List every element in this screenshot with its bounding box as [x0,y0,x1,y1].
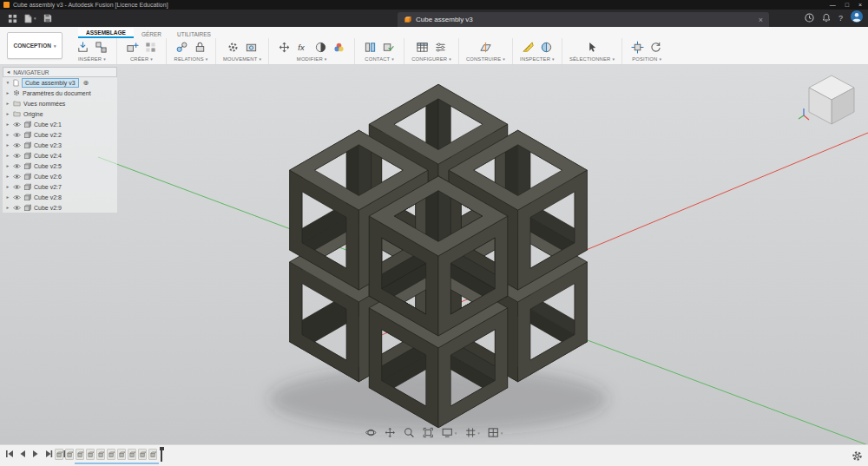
display-settings-icon[interactable]: ▾ [442,427,457,438]
document-tab[interactable]: Cube assembly v3 × [398,12,769,27]
browser-component-row[interactable]: ▸Cube v2:6 [3,171,117,181]
contact-icon[interactable] [362,39,378,56]
view-cube[interactable] [797,70,861,131]
capture-icon[interactable] [243,39,260,56]
job-status-icon[interactable] [805,10,814,26]
notifications-bell-icon[interactable] [822,10,831,26]
group-dropdown-label[interactable]: POSITION▾ [632,56,661,62]
contact2-icon[interactable] [380,39,397,56]
orbit-icon[interactable] [365,427,377,438]
timeline-settings-gear-icon[interactable] [852,450,863,465]
group-dropdown-label[interactable]: CONTACT▾ [365,56,394,62]
visibility-eye-icon[interactable] [13,194,21,200]
timeline-scrollbar[interactable] [75,463,159,464]
position-icon[interactable] [629,39,646,56]
collapse-panel-icon[interactable]: ◂ [7,69,10,75]
visibility-eye-icon[interactable] [13,174,21,180]
group-dropdown-label[interactable]: MODIFIER▾ [297,56,327,62]
browser-component-row[interactable]: ▸Cube v2:1 [3,119,117,129]
motion-icon[interactable] [225,39,241,56]
tab-gerer[interactable]: GÉRER [134,30,169,38]
timeline-feature-item[interactable] [138,449,147,460]
measure-icon[interactable] [520,39,536,56]
group-dropdown-label[interactable]: INSPECTER▾ [520,56,555,62]
group-dropdown-label[interactable]: CONFIGURER▾ [411,56,451,62]
browser-component-row[interactable]: ▸Cube v2:8 [3,192,117,202]
visibility-eye-icon[interactable] [13,142,21,148]
fx-icon[interactable]: fx [294,39,311,56]
visibility-eye-icon[interactable] [13,153,21,159]
browser-component-row[interactable]: ▸Cube v2:9 [3,202,117,213]
insert-icon[interactable] [75,39,91,56]
group-dropdown-label[interactable]: CONSTRUIRE▾ [466,56,505,62]
timeline-feature-item[interactable] [128,449,136,460]
pan-hand-icon[interactable] [385,427,396,438]
group-dropdown-label[interactable]: RELATIONS▾ [174,56,208,62]
browser-item-row[interactable]: ▸Vues nommées [3,98,117,108]
section-icon[interactable] [538,39,555,56]
colorwheel-icon[interactable] [331,39,347,56]
select-icon[interactable] [584,39,601,56]
new-component-icon[interactable] [124,39,141,56]
timeline-feature-item[interactable] [65,449,74,460]
step-back-button[interactable] [17,449,27,458]
browser-item-row[interactable]: ▸Paramètres du document [3,88,117,98]
visibility-eye-icon[interactable] [13,163,21,169]
close-button[interactable]: × [858,2,862,8]
browser-component-row[interactable]: ▸Cube v2:2 [3,129,117,140]
timeline-feature-item[interactable] [55,449,63,460]
maximize-button[interactable]: □ [845,2,849,8]
group-dropdown-label[interactable]: CRÉER▾ [130,56,153,62]
step-forward-button[interactable] [43,449,53,458]
visibility-eye-icon[interactable] [13,205,21,211]
derive-icon[interactable] [93,39,109,56]
config-table-icon[interactable] [414,39,431,56]
grid-snap-icon[interactable]: ▾ [464,427,480,438]
go-to-start-button[interactable] [4,449,14,458]
rigid-group-icon[interactable] [192,39,208,56]
plus-circle-icon[interactable]: ⊕ [83,79,89,87]
viewports-icon[interactable]: ▾ [488,427,503,438]
browser-component-row[interactable]: ▸Cube v2:3 [3,140,117,150]
browser-root-row[interactable]: ▾Cube assembly v3⊕ [3,77,117,88]
user-avatar[interactable] [851,10,863,26]
timeline-feature-item[interactable] [107,449,115,460]
cube-assembly-model[interactable] [0,65,868,444]
checker-icon[interactable] [312,39,329,56]
play-button[interactable] [30,449,40,458]
configure-icon[interactable] [432,39,449,56]
visibility-eye-icon[interactable] [13,132,21,138]
fit-view-icon[interactable] [423,427,434,438]
joint-icon[interactable] [174,39,190,56]
tab-close-icon[interactable]: × [759,16,763,24]
plane-icon[interactable] [477,39,494,56]
timeline-feature-item[interactable] [76,449,84,460]
revert-icon[interactable] [648,39,664,56]
timeline-marker[interactable] [161,447,162,462]
timeline-feature-item[interactable] [148,449,157,460]
save-icon[interactable] [43,14,52,23]
group-dropdown-label[interactable]: SÉLECTIONNER▾ [569,56,615,62]
group-dropdown-label[interactable]: INSÉRER▾ [78,56,106,62]
timeline-feature-item[interactable] [86,449,95,460]
zoom-icon[interactable] [404,427,415,438]
file-menu-icon[interactable]: ▾ [24,14,36,23]
help-icon[interactable]: ? [838,14,843,23]
visibility-eye-icon[interactable] [13,121,21,128]
visibility-eye-icon[interactable] [13,184,21,190]
timeline-feature-item[interactable] [96,449,105,460]
workspace-selector-button[interactable]: CONCEPTION ▾ [7,32,62,59]
browser-component-row[interactable]: ▸Cube v2:7 [3,181,117,192]
browser-component-row[interactable]: ▸Cube v2:4 [3,150,117,161]
browser-component-row[interactable]: ▸Cube v2:5 [3,161,117,171]
group-dropdown-label[interactable]: MOUVEMENT▾ [223,56,261,62]
viewport-canvas[interactable]: ◂ NAVIGATEUR ▾Cube assembly v3⊕▸Paramètr… [0,65,868,444]
pattern-icon[interactable] [142,39,159,56]
browser-item-row[interactable]: ▸Origine [3,108,117,119]
tab-utilitaires[interactable]: UTILITAIRES [169,30,219,38]
move-icon[interactable] [276,39,293,56]
tab-assemblage[interactable]: ASSEMBLAGE [78,28,134,38]
minimize-button[interactable]: — [830,2,836,8]
timeline-feature-item[interactable] [117,449,126,460]
data-panel-icon[interactable] [8,14,17,23]
